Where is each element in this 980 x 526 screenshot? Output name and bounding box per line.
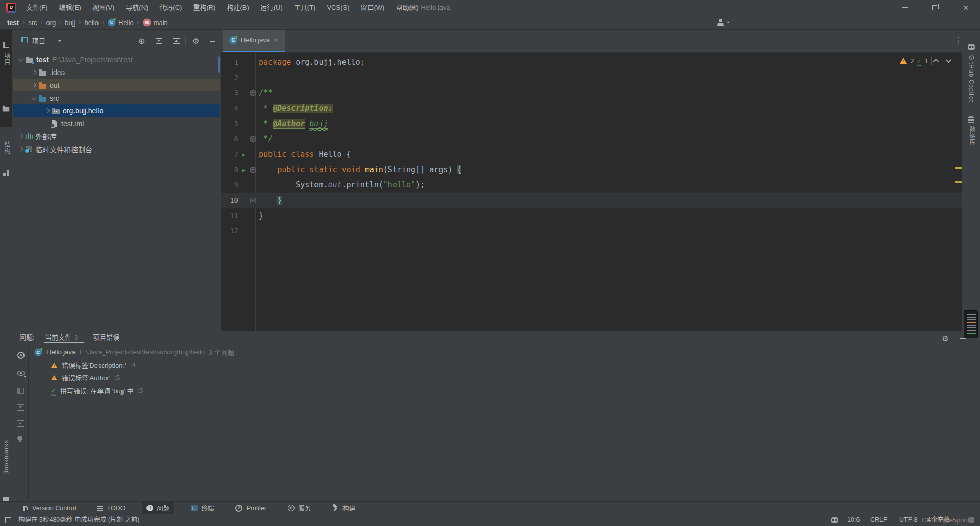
editor-line-8[interactable]: 8▶▾ public static void main(String[] arg…: [221, 162, 962, 177]
breadcrumb-item-main[interactable]: main: [143, 18, 168, 27]
chevron-right-icon[interactable]: [18, 147, 23, 152]
status-message[interactable]: 构建在 5秒480毫秒 中成功完成 (片刻 之前): [18, 514, 140, 526]
editor-line-1[interactable]: 1package org.bujj.hello;: [221, 55, 962, 70]
editor-line-10[interactable]: 10▴ }: [221, 193, 962, 208]
tree-row----[interactable]: 外部库: [13, 130, 220, 142]
tool-window-button-problems[interactable]: !问题: [142, 502, 174, 514]
collapse-all-button[interactable]: [173, 38, 180, 44]
editor-line-4[interactable]: 4 * @Description:: [221, 101, 962, 116]
editor-options-kebab-icon[interactable]: ⋮: [954, 36, 962, 44]
inspections-widget[interactable]: 2 ✓ 1: [900, 57, 950, 65]
quick-fix-button[interactable]: [17, 436, 22, 442]
tool-stripe-copilot-button[interactable]: [968, 44, 975, 50]
hide-problems-icon[interactable]: [960, 338, 966, 339]
profile-button[interactable]: [717, 18, 730, 27]
tree-row-test[interactable]: test E:\Java_Projects\test\test: [13, 53, 220, 66]
breadcrumb-item-org[interactable]: org: [46, 19, 56, 27]
tab-close-icon[interactable]: ✕: [274, 37, 279, 44]
expand-all-button[interactable]: [156, 38, 162, 44]
chevron-right-icon[interactable]: [18, 134, 23, 139]
previous-problem-chevron-icon[interactable]: [933, 59, 939, 64]
tool-window-button-terminal[interactable]: 终端: [187, 502, 218, 514]
problems-file-row[interactable]: Hello.javaE:\Java_Projects\test\test\src…: [29, 346, 234, 358]
collapse-all-button[interactable]: [17, 420, 24, 427]
close-button[interactable]: ✕: [954, 0, 977, 15]
tree-row-out[interactable]: out: [13, 79, 220, 91]
copilot-stripe-label[interactable]: GitHub Copilot: [968, 55, 975, 102]
tree-row-org.bujj.hello[interactable]: org.bujj.hello: [13, 104, 220, 117]
project-stripe-label[interactable]: 项目: [3, 52, 11, 65]
menu-item-3[interactable]: 视图(V): [87, 0, 120, 15]
run-gutter-icon[interactable]: ▶: [239, 167, 249, 173]
menu-item-2[interactable]: 编辑(E): [54, 0, 87, 15]
hide-panel-button[interactable]: [210, 41, 215, 42]
menu-item-5[interactable]: 代码(C): [154, 0, 187, 15]
editor-line-2[interactable]: 2: [221, 70, 962, 85]
chevron-right-icon[interactable]: [45, 108, 50, 113]
open-preview-button[interactable]: [17, 388, 24, 394]
chevron-down-icon[interactable]: [32, 94, 37, 100]
run-gutter-icon[interactable]: ▶: [239, 152, 249, 157]
tool-window-button-todo[interactable]: TODO: [93, 502, 129, 514]
tab-project-errors[interactable]: 项目错误: [93, 331, 119, 344]
fold-marker-icon[interactable]: ▴: [250, 136, 256, 142]
breadcrumb-item-test[interactable]: test: [7, 19, 19, 27]
project-settings-button[interactable]: ⚙: [192, 38, 199, 45]
project-scrollbar-thumb[interactable]: [218, 56, 220, 73]
tool-stripe-database-button[interactable]: [968, 116, 974, 123]
editor-line-5[interactable]: 5 * @Author bujj: [221, 116, 962, 131]
maximize-button[interactable]: [923, 0, 946, 15]
code-editor[interactable]: 1package org.bujj.hello;23▾/**4 * @Descr…: [221, 53, 962, 331]
tool-window-button-hammer[interactable]: 构建: [328, 502, 359, 514]
menu-item-1[interactable]: 文件(F): [20, 0, 54, 15]
minimize-button[interactable]: [893, 0, 917, 15]
fold-marker-icon[interactable]: ▾: [250, 90, 256, 96]
menu-item-7[interactable]: 构建(B): [221, 0, 254, 15]
chevron-right-icon[interactable]: [32, 83, 37, 88]
menu-item-9[interactable]: 工具(T): [288, 0, 322, 15]
fold-marker-icon[interactable]: ▴: [250, 198, 256, 203]
tool-window-button-profiler[interactable]: Profiler: [231, 502, 271, 514]
menu-item-10[interactable]: VCS(S): [321, 0, 355, 15]
caret-position[interactable]: 10:6: [847, 514, 860, 526]
editor-line-7[interactable]: 7▶public class Hello {: [221, 147, 962, 162]
editor-line-12[interactable]: 12: [221, 223, 962, 238]
menu-item-4[interactable]: 导航(N): [120, 0, 154, 15]
breadcrumb-item-src[interactable]: src: [28, 19, 37, 27]
chevron-right-icon[interactable]: [32, 70, 37, 75]
editor-line-9[interactable]: 9 System.out.println("hello");: [221, 177, 962, 193]
expand-all-button[interactable]: [17, 404, 24, 411]
problem-item-2[interactable]: 错误标签'Author':5: [29, 371, 234, 384]
tree-row-test.iml[interactable]: test.iml: [13, 117, 220, 130]
breadcrumb-item-hello[interactable]: Hello: [108, 18, 134, 27]
tool-stripe-structure-button[interactable]: [3, 170, 9, 176]
tool-window-button-services[interactable]: 服务: [284, 502, 315, 514]
file-encoding[interactable]: UTF-8: [899, 514, 917, 526]
database-stripe-label[interactable]: 数据库: [968, 126, 976, 146]
chevron-down-icon[interactable]: [58, 40, 61, 42]
editor-line-6[interactable]: 6▴ */: [221, 131, 962, 147]
menu-item-6[interactable]: 重构(R): [187, 0, 221, 15]
tree-row-src[interactable]: src: [13, 91, 220, 104]
copilot-status-button[interactable]: [831, 517, 838, 523]
editor-line-11[interactable]: 11}: [221, 208, 962, 223]
tree-row-.idea[interactable]: .idea: [13, 66, 220, 79]
fold-marker-icon[interactable]: ▾: [250, 167, 256, 173]
view-options-button[interactable]: [17, 369, 25, 376]
tool-stripe-folder-button[interactable]: [2, 105, 10, 114]
tool-window-button-branch[interactable]: Version Control: [18, 502, 80, 514]
tab-hello-java[interactable]: Hello.java ✕: [223, 30, 285, 52]
structure-stripe-label[interactable]: 结构: [3, 141, 11, 154]
problems-settings-gear-icon[interactable]: ⚙: [942, 335, 949, 342]
severity-filter-button[interactable]: [17, 352, 24, 359]
project-panel-title[interactable]: 项目: [32, 36, 45, 45]
breadcrumb-item-bujj[interactable]: bujj: [65, 19, 75, 27]
tree-row---------[interactable]: 临时文件和控制台: [13, 142, 220, 155]
tool-window-switcher-button[interactable]: [5, 517, 11, 523]
chevron-down-icon[interactable]: [18, 56, 23, 61]
error-stripe-warning-mark[interactable]: [955, 167, 962, 169]
line-separator[interactable]: CRLF: [870, 514, 887, 526]
problem-item-1[interactable]: 错误标签'Description:':4: [29, 358, 234, 371]
error-stripe-warning-mark[interactable]: [955, 181, 962, 183]
select-opened-file-button[interactable]: ⊕: [138, 38, 145, 45]
